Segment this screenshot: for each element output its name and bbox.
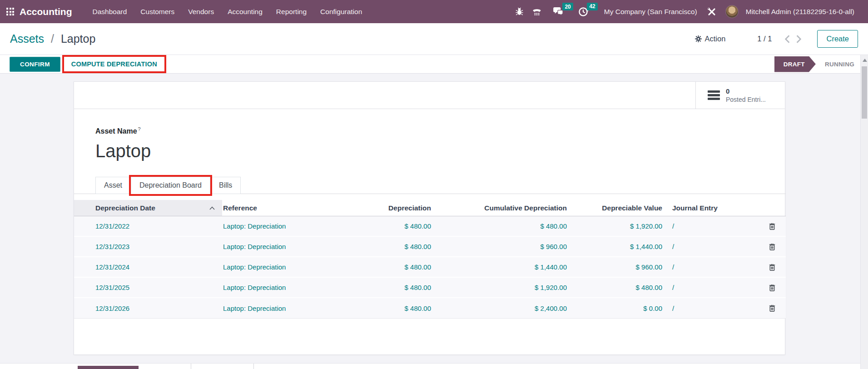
send-message-button-partial[interactable] <box>78 366 139 369</box>
create-button[interactable]: Create <box>817 30 858 48</box>
column-header-depreciation-date[interactable]: Depreciation Date <box>74 200 222 216</box>
column-header-reference[interactable]: Reference <box>222 200 313 216</box>
messages-icon[interactable]: 20 <box>549 5 568 19</box>
cell-depreciation[interactable]: $ 480.00 <box>313 243 431 250</box>
cell-depreciable[interactable]: $ 960.00 <box>567 263 662 271</box>
delete-row-button[interactable] <box>759 243 786 250</box>
cell-reference[interactable]: Laptop: Depreciation <box>222 263 313 271</box>
vertical-scrollbar[interactable] <box>860 55 868 369</box>
table-body: 12/31/2022Laptop: Depreciation$ 480.00$ … <box>74 216 786 319</box>
column-header-depreciable-value[interactable]: Depreciable Value <box>567 200 662 216</box>
column-header-depreciation[interactable]: Depreciation <box>313 200 431 216</box>
column-header-cumulative-depreciation[interactable]: Cumulative Depreciation <box>431 200 567 216</box>
cell-date[interactable]: 12/31/2025 <box>74 284 222 291</box>
cell-journal[interactable]: / <box>662 284 759 291</box>
compute-depreciation-button[interactable]: COMPUTE DEPRECIATION <box>64 57 164 71</box>
button-box-strip: 0 Posted Entri... <box>74 82 785 109</box>
cell-depreciable[interactable]: $ 1,440.00 <box>567 243 662 250</box>
cell-depreciable[interactable]: $ 1,920.00 <box>567 222 662 230</box>
form-sheet: 0 Posted Entri... Asset Name? Laptop Ass… <box>74 81 785 355</box>
cell-date[interactable]: 12/31/2023 <box>74 243 222 250</box>
menu-item-accounting[interactable]: Accounting <box>221 4 269 20</box>
action-menu-label: Action <box>705 35 726 43</box>
tab-asset[interactable]: Asset <box>95 177 131 194</box>
cell-cumulative[interactable]: $ 1,440.00 <box>431 263 567 271</box>
cell-depreciation[interactable]: $ 480.00 <box>313 284 431 291</box>
menu-item-vendors[interactable]: Vendors <box>181 4 221 20</box>
pager-next-button[interactable] <box>793 33 804 45</box>
asset-name-value[interactable]: Laptop <box>95 141 785 161</box>
support-phone-icon[interactable] <box>528 5 546 19</box>
cell-date[interactable]: 12/31/2022 <box>74 222 222 230</box>
debug-bug-icon[interactable] <box>511 5 528 18</box>
table-row[interactable]: 12/31/2022Laptop: Depreciation$ 480.00$ … <box>74 216 786 237</box>
pager-previous-button[interactable] <box>782 33 793 45</box>
menu-item-configuration[interactable]: Configuration <box>313 4 369 20</box>
help-marker-icon: ? <box>138 126 141 132</box>
cell-journal[interactable]: / <box>662 304 759 312</box>
tab-bills[interactable]: Bills <box>210 177 241 194</box>
cell-reference[interactable]: Laptop: Depreciation <box>222 284 313 291</box>
annotation-box-compute: COMPUTE DEPRECIATION <box>64 57 164 71</box>
content-area: 0 Posted Entri... Asset Name? Laptop Ass… <box>0 74 868 369</box>
control-panel-right: Action 1 / 1 Create <box>695 30 858 48</box>
delete-row-button[interactable] <box>759 264 786 271</box>
pager-value: 1 / 1 <box>757 35 772 43</box>
delete-row-button[interactable] <box>759 284 786 291</box>
cell-journal[interactable]: / <box>662 243 759 250</box>
cell-depreciation[interactable]: $ 480.00 <box>313 222 431 230</box>
column-header-actions <box>759 200 786 216</box>
chevron-right-icon <box>796 35 801 43</box>
form-action-bar: CONFIRM COMPUTE DEPRECIATION DRAFT RUNNI… <box>0 55 868 74</box>
cell-cumulative[interactable]: $ 960.00 <box>431 243 567 250</box>
cell-depreciable[interactable]: $ 0.00 <box>567 304 662 312</box>
sheet-body: Asset Name? Laptop Asset Depreciation Bo… <box>74 109 785 319</box>
trash-icon <box>769 223 775 230</box>
cell-depreciation[interactable]: $ 480.00 <box>313 304 431 312</box>
menu-item-reporting[interactable]: Reporting <box>269 4 313 20</box>
cell-date[interactable]: 12/31/2026 <box>74 304 222 312</box>
breadcrumb: Assets / Laptop <box>10 32 95 45</box>
scroll-up-arrow-icon[interactable] <box>863 59 867 62</box>
delete-row-button[interactable] <box>759 223 786 230</box>
posted-entries-button[interactable]: 0 Posted Entri... <box>695 82 785 109</box>
scrollbar-thumb[interactable] <box>862 66 867 119</box>
status-running[interactable]: RUNNING <box>825 61 854 68</box>
cell-date[interactable]: 12/31/2024 <box>74 263 222 271</box>
delete-row-button[interactable] <box>759 304 786 312</box>
list-bars-icon <box>708 90 720 100</box>
cell-cumulative[interactable]: $ 1,920.00 <box>431 284 567 291</box>
cell-reference[interactable]: Laptop: Depreciation <box>222 304 313 312</box>
user-avatar[interactable] <box>725 5 739 18</box>
tools-icon[interactable] <box>703 5 721 19</box>
cell-depreciable[interactable]: $ 480.00 <box>567 284 662 291</box>
status-draft[interactable]: DRAFT <box>774 56 816 72</box>
table-row[interactable]: 12/31/2024Laptop: Depreciation$ 480.00$ … <box>74 257 786 278</box>
app-brand[interactable]: Accounting <box>20 6 72 17</box>
chatter-divider <box>191 364 191 369</box>
cell-reference[interactable]: Laptop: Depreciation <box>222 243 313 250</box>
user-menu[interactable]: Mitchell Admin (21182295-16-0-all) <box>740 8 860 16</box>
table-row[interactable]: 12/31/2023Laptop: Depreciation$ 480.00$ … <box>74 237 786 257</box>
table-row[interactable]: 12/31/2026Laptop: Depreciation$ 480.00$ … <box>74 298 786 319</box>
activities-clock-icon[interactable]: 42 <box>574 5 592 19</box>
column-header-journal-entry[interactable]: Journal Entry <box>662 200 759 216</box>
cell-journal[interactable]: / <box>662 263 759 271</box>
cell-cumulative[interactable]: $ 480.00 <box>431 222 567 230</box>
cell-depreciation[interactable]: $ 480.00 <box>313 263 431 271</box>
company-switcher[interactable]: My Company (San Francisco) <box>599 8 703 16</box>
posted-entries-label: Posted Entri... <box>726 96 766 103</box>
apps-grid-icon[interactable] <box>6 8 14 15</box>
pager: 1 / 1 <box>757 33 804 45</box>
menu-item-dashboard[interactable]: Dashboard <box>86 4 134 20</box>
table-row[interactable]: 12/31/2025Laptop: Depreciation$ 480.00$ … <box>74 278 786 298</box>
breadcrumb-assets-link[interactable]: Assets <box>10 32 44 45</box>
tab-depreciation-board[interactable]: Depreciation Board <box>131 177 210 194</box>
cell-cumulative[interactable]: $ 2,400.00 <box>431 304 567 312</box>
action-menu-button[interactable]: Action <box>695 35 726 43</box>
confirm-button[interactable]: CONFIRM <box>10 57 60 72</box>
cell-journal[interactable]: / <box>662 222 759 230</box>
menu-item-customers[interactable]: Customers <box>134 4 181 20</box>
cell-reference[interactable]: Laptop: Depreciation <box>222 222 313 230</box>
chatter-strip <box>0 363 860 369</box>
